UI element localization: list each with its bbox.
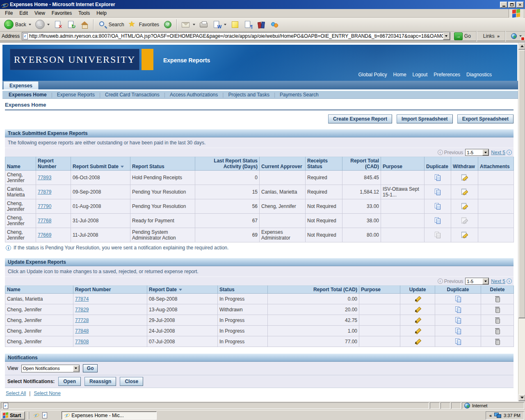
back-button[interactable]: Back xyxy=(2,19,33,30)
duplicate-icon[interactable] xyxy=(455,296,461,302)
reassign-button[interactable]: Reassign xyxy=(84,377,116,386)
report-number-link[interactable]: 77829 xyxy=(75,307,89,313)
next-button[interactable]: Next 5 xyxy=(491,278,512,284)
withdraw-icon[interactable] xyxy=(461,189,468,195)
discussions-button[interactable]: ¶ xyxy=(242,19,254,30)
links-button[interactable]: Links » xyxy=(481,32,501,40)
nav-payments-search[interactable]: Payments Search xyxy=(275,92,323,98)
quick-launch-ie-icon[interactable]: e xyxy=(32,412,39,419)
mail-button[interactable] xyxy=(180,19,197,30)
nav-access-authorizations[interactable]: Access Authorizations xyxy=(165,92,222,98)
col-report-submit-date[interactable]: Report Submit Date xyxy=(71,157,130,171)
research-button[interactable] xyxy=(255,19,267,30)
scroll-down-button[interactable] xyxy=(518,394,525,401)
next-button[interactable]: Next 5 xyxy=(491,150,512,155)
restore-button[interactable] xyxy=(508,2,516,8)
duplicate-icon[interactable] xyxy=(455,328,461,334)
messenger-button[interactable] xyxy=(268,19,281,30)
network-tray-icon[interactable] xyxy=(494,413,501,418)
menu-help[interactable]: Help xyxy=(93,9,110,17)
notifications-go-button[interactable]: Go xyxy=(83,364,98,372)
report-number-link[interactable]: 77879 xyxy=(38,189,51,195)
menu-tools[interactable]: Tools xyxy=(75,9,93,17)
duplicate-icon[interactable] xyxy=(455,306,461,313)
menu-favorites[interactable]: Favorites xyxy=(48,9,75,17)
edit-with-word-button[interactable]: W xyxy=(211,19,228,30)
tab-expenses[interactable]: Expenses xyxy=(3,81,39,89)
stop-button[interactable]: ✕ xyxy=(52,19,64,30)
update-icon[interactable] xyxy=(415,306,421,313)
update-range-select[interactable]: 1-5 xyxy=(465,278,489,285)
report-number-link[interactable]: 77728 xyxy=(75,317,89,323)
forward-button[interactable] xyxy=(34,19,51,30)
browser-extension-button[interactable] xyxy=(509,32,523,40)
favorites-button[interactable]: Favorites xyxy=(127,19,161,30)
home-button[interactable] xyxy=(78,19,91,30)
close-notification-button[interactable]: Close xyxy=(120,377,143,386)
history-button[interactable] xyxy=(162,19,174,30)
delete-icon[interactable] xyxy=(495,307,500,313)
notes-button[interactable] xyxy=(229,19,241,30)
nav-expense-reports[interactable]: Expense Reports xyxy=(52,92,99,98)
view-select[interactable]: Open Notifications xyxy=(21,365,80,372)
address-dropdown-button[interactable] xyxy=(443,32,450,40)
update-icon[interactable] xyxy=(415,317,421,323)
vertical-scrollbar[interactable] xyxy=(518,43,525,401)
withdraw-icon[interactable] xyxy=(461,232,468,238)
duplicate-icon[interactable] xyxy=(435,174,441,181)
report-number-link[interactable]: 77768 xyxy=(38,218,51,224)
withdraw-icon[interactable] xyxy=(461,174,468,181)
go-button[interactable]: Go xyxy=(452,32,472,41)
report-number-link[interactable]: 77669 xyxy=(38,232,51,238)
duplicate-icon[interactable] xyxy=(435,203,441,210)
menu-file[interactable]: File xyxy=(2,9,16,17)
menu-view[interactable]: View xyxy=(31,9,48,17)
open-button[interactable]: Open xyxy=(58,377,81,386)
import-spreadsheet-button[interactable]: Import Spreadsheet xyxy=(397,114,453,123)
duplicate-icon[interactable] xyxy=(435,189,441,195)
report-number-link[interactable]: 77874 xyxy=(75,296,89,302)
refresh-button[interactable]: ↻ xyxy=(65,19,78,30)
duplicate-icon[interactable] xyxy=(455,338,461,345)
export-spreadsheet-button[interactable]: Export Spreadsheet xyxy=(457,114,514,123)
start-button[interactable]: Start xyxy=(1,411,25,420)
global-link-policy[interactable]: Global Policy xyxy=(358,72,387,78)
withdraw-icon[interactable] xyxy=(461,203,468,210)
nav-projects-and-tasks[interactable]: Projects and Tasks xyxy=(224,92,274,98)
minimize-button[interactable] xyxy=(500,2,507,8)
search-button[interactable]: Search xyxy=(96,19,126,30)
print-button[interactable] xyxy=(198,19,210,30)
nav-credit-card-transactions[interactable]: Credit Card Transactions xyxy=(100,92,164,98)
scrollbar-thumb[interactable] xyxy=(518,50,525,318)
select-none-link[interactable]: Select None xyxy=(34,390,60,396)
update-icon[interactable] xyxy=(415,296,421,302)
duplicate-icon[interactable] xyxy=(455,317,461,324)
report-number-link[interactable]: 77790 xyxy=(38,203,51,209)
update-icon[interactable] xyxy=(415,338,421,345)
back-dropdown-icon[interactable] xyxy=(29,24,31,25)
taskbar-window-button[interactable]: e Expenses Home - Mic... xyxy=(62,411,157,420)
select-all-link[interactable]: Select All xyxy=(6,390,26,396)
address-input[interactable]: http://finuweb.admin.ryerson.ca:8007/OA_… xyxy=(22,32,450,40)
report-number-link[interactable]: 77608 xyxy=(75,339,89,345)
col-report-date[interactable]: Report Date xyxy=(147,286,218,294)
create-expense-report-button[interactable]: Create Expense Report xyxy=(328,114,392,123)
scroll-up-button[interactable] xyxy=(518,43,525,50)
tray-chevron-icon[interactable]: « xyxy=(489,413,492,418)
global-link-logout[interactable]: Logout xyxy=(413,72,428,78)
duplicate-icon[interactable] xyxy=(435,217,441,224)
track-range-select[interactable]: 1-5 xyxy=(465,149,489,156)
report-number-link[interactable]: 77893 xyxy=(38,175,51,180)
report-number-link[interactable]: 77848 xyxy=(75,328,89,334)
delete-icon[interactable] xyxy=(495,339,500,345)
global-link-home[interactable]: Home xyxy=(393,72,406,78)
delete-icon[interactable] xyxy=(495,296,500,302)
quick-launch-handle[interactable] xyxy=(28,412,29,419)
global-link-diagnostics[interactable]: Diagnostics xyxy=(466,72,492,78)
nav-expenses-home[interactable]: Expenses Home xyxy=(4,92,51,98)
quick-launch-app-icon[interactable] xyxy=(41,412,48,419)
address-url[interactable]: http://finuweb.admin.ryerson.ca:8007/OA_… xyxy=(28,33,443,39)
menu-edit[interactable]: Edit xyxy=(16,9,31,17)
update-icon[interactable] xyxy=(415,328,421,334)
delete-icon[interactable] xyxy=(495,317,500,323)
